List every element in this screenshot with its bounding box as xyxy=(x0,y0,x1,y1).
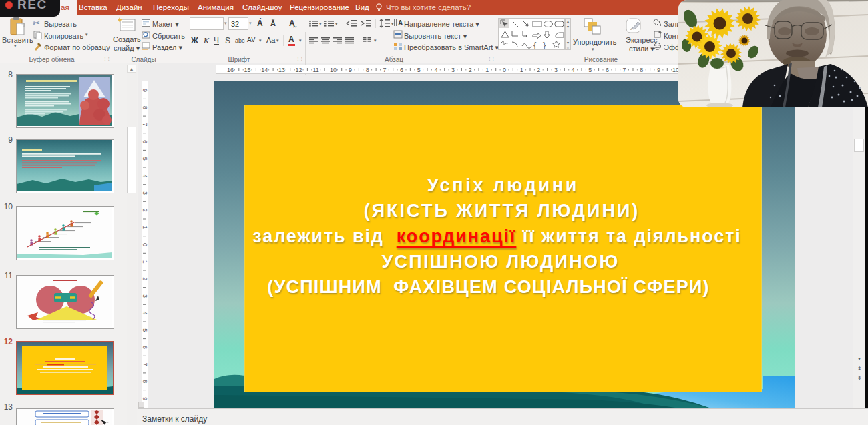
svg-text:2: 2 xyxy=(537,67,540,73)
svg-text:6: 6 xyxy=(400,67,403,73)
svg-text:9: 9 xyxy=(657,67,660,73)
svg-text:4: 4 xyxy=(142,174,148,177)
svg-text:1: 1 xyxy=(520,67,523,73)
svg-text:4: 4 xyxy=(572,67,575,73)
svg-text:10: 10 xyxy=(330,67,337,73)
svg-text:1: 1 xyxy=(485,67,489,73)
svg-text:5: 5 xyxy=(142,328,148,332)
svg-text:6: 6 xyxy=(606,67,609,73)
svg-text:3: 3 xyxy=(554,67,558,73)
svg-text:7: 7 xyxy=(142,123,148,126)
svg-text:9: 9 xyxy=(142,89,148,92)
svg-text:1: 1 xyxy=(142,260,148,264)
svg-text:16: 16 xyxy=(227,67,234,73)
svg-text:6: 6 xyxy=(142,346,148,349)
svg-text:9: 9 xyxy=(142,397,148,400)
svg-text:7: 7 xyxy=(142,363,148,366)
svg-text:12: 12 xyxy=(296,67,302,73)
svg-text:2: 2 xyxy=(469,67,472,73)
svg-text:8: 8 xyxy=(640,67,643,73)
svg-text:2: 2 xyxy=(142,277,148,280)
svg-text:4: 4 xyxy=(434,67,437,73)
svg-text:14: 14 xyxy=(261,67,268,73)
svg-text:}: } xyxy=(543,40,546,49)
svg-text:8: 8 xyxy=(366,67,369,73)
svg-text:6: 6 xyxy=(142,140,148,143)
svg-text:{: { xyxy=(533,40,537,49)
svg-text:7: 7 xyxy=(383,67,386,73)
svg-text:8: 8 xyxy=(142,380,148,383)
svg-text:5: 5 xyxy=(417,67,421,73)
svg-text:5: 5 xyxy=(142,157,148,161)
svg-text:15: 15 xyxy=(244,67,251,73)
svg-text:2: 2 xyxy=(142,209,148,212)
svg-text:4: 4 xyxy=(142,312,148,315)
svg-text:9: 9 xyxy=(349,67,352,73)
svg-text:3: 3 xyxy=(142,191,148,195)
svg-text:13: 13 xyxy=(278,67,285,73)
svg-text:11: 11 xyxy=(313,67,319,73)
svg-text:0: 0 xyxy=(142,243,148,246)
svg-text:A: A xyxy=(398,19,403,27)
svg-text:3: 3 xyxy=(451,67,455,73)
svg-text:7: 7 xyxy=(623,67,626,73)
svg-text:8: 8 xyxy=(142,106,148,109)
svg-text:0: 0 xyxy=(503,67,506,73)
svg-text:3: 3 xyxy=(142,294,148,298)
svg-text:5: 5 xyxy=(588,67,592,73)
svg-text:1: 1 xyxy=(142,226,148,229)
